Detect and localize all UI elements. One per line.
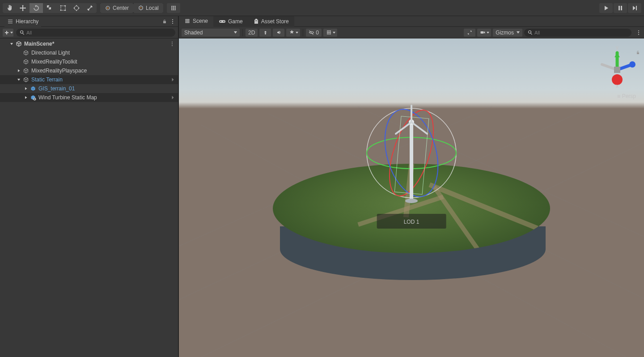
tree-row[interactable]: MixedRealityToolkit: [0, 57, 178, 66]
tree-label: MixedRealityToolkit: [31, 59, 77, 65]
svg-point-25: [638, 32, 639, 33]
cube-icon: [22, 58, 30, 65]
scene-viewport[interactable]: LOD 1 y x: [179, 38, 644, 357]
svg-rect-0: [61, 6, 65, 10]
chevron-right-icon[interactable]: [171, 77, 174, 82]
svg-point-14: [172, 43, 173, 44]
projection-label[interactable]: ≡ Persp: [617, 93, 636, 99]
hierarchy-title: Hierarchy: [16, 18, 38, 25]
gizmos-label: Gizmos: [496, 30, 514, 36]
cube-icon: [22, 67, 30, 74]
scene-search[interactable]: [524, 29, 631, 37]
svg-point-26: [638, 34, 639, 34]
custom-tools[interactable]: [83, 3, 97, 13]
scale-tool[interactable]: [43, 3, 56, 13]
hierarchy-tree[interactable]: MainScene*Directional LightMixedRealityT…: [0, 38, 178, 357]
svg-rect-22: [481, 31, 484, 34]
scene-icon: [15, 40, 22, 47]
panel-menu-icon[interactable]: [170, 19, 175, 24]
svg-point-7: [107, 7, 108, 8]
effects-toggle[interactable]: [286, 29, 300, 37]
scene-panel: SceneGameAsset Store Shaded 2D 0 Gizmo: [179, 16, 644, 357]
cube-icon: [22, 49, 30, 56]
hand-tool[interactable]: [3, 3, 16, 13]
tree-label: MainScene*: [24, 41, 54, 47]
hidden-count: 0: [316, 30, 319, 36]
audio-toggle[interactable]: [273, 29, 284, 37]
2d-toggle[interactable]: 2D: [246, 29, 258, 37]
transform-tool[interactable]: [70, 3, 83, 13]
foldout-icon[interactable]: [9, 41, 14, 47]
tree-row[interactable]: Wind Turbine Static Map: [0, 93, 178, 102]
tab-asset-store[interactable]: Asset Store: [248, 16, 294, 27]
pivot-local-label: Local: [146, 5, 159, 11]
svg-point-15: [172, 45, 173, 46]
svg-point-12: [21, 31, 23, 34]
svg-point-19: [223, 21, 225, 22]
hierarchy-tab[interactable]: Hierarchy: [4, 16, 41, 27]
svg-text:y: y: [616, 44, 619, 51]
transform-tool-group: [3, 3, 97, 13]
hierarchy-toolbar: [0, 27, 178, 38]
svg-point-9: [172, 19, 173, 20]
pivot-group: Center Local: [100, 3, 163, 13]
tab-game[interactable]: Game: [213, 16, 248, 27]
foldout-icon[interactable]: [16, 59, 21, 64]
hidden-objects[interactable]: 0: [306, 29, 322, 37]
scene-search-input[interactable]: [534, 30, 628, 35]
foldout-icon[interactable]: [23, 86, 29, 91]
svg-point-1: [60, 5, 62, 6]
svg-rect-20: [255, 21, 257, 21]
playback-group: [599, 3, 641, 13]
svg-text:x: x: [616, 83, 619, 89]
tree-label: Wind Turbine Static Map: [38, 94, 97, 101]
tools-button[interactable]: [464, 29, 475, 37]
orientation-gizmo[interactable]: y x: [596, 44, 639, 93]
lighting-toggle[interactable]: [259, 29, 271, 37]
pivot-local-button[interactable]: Local: [133, 3, 163, 13]
svg-rect-17: [219, 20, 225, 23]
scene-tabs: SceneGameAsset Store: [179, 16, 644, 27]
step-button[interactable]: [628, 3, 641, 13]
foldout-icon[interactable]: [23, 95, 29, 100]
svg-point-2: [65, 5, 66, 6]
foldout-icon[interactable]: [16, 50, 21, 55]
snap-button[interactable]: [167, 3, 180, 13]
pivot-center-button[interactable]: Center: [100, 3, 133, 13]
lock-icon[interactable]: [162, 19, 167, 24]
rotate-tool[interactable]: [30, 3, 43, 13]
move-tool[interactable]: [16, 3, 30, 13]
gizmo-lock-icon[interactable]: [636, 50, 640, 55]
tab-icon: [184, 18, 191, 24]
tree-row[interactable]: GIS_terrain_01: [0, 84, 178, 93]
play-button[interactable]: [599, 3, 613, 13]
panel-menu-icon[interactable]: [636, 30, 641, 35]
tree-label: GIS_terrain_01: [38, 85, 75, 92]
svg-point-13: [172, 42, 173, 42]
tree-row[interactable]: MixedRealityPlayspace: [0, 66, 178, 75]
tree-row[interactable]: MainScene*: [0, 39, 178, 48]
shading-dropdown[interactable]: Shaded: [182, 29, 240, 37]
hierarchy-search-input[interactable]: [26, 30, 172, 35]
tree-row[interactable]: Directional Light: [0, 48, 178, 57]
pause-button[interactable]: [614, 3, 627, 13]
prefab-icon: [30, 85, 37, 92]
gizmos-dropdown[interactable]: Gizmos: [493, 29, 522, 37]
lod-badge: LOD 1: [377, 214, 446, 229]
more-icon[interactable]: [170, 41, 174, 47]
hierarchy-panel: Hierarchy MainScene*Directional LightMix…: [0, 16, 179, 357]
grid-toggle[interactable]: [323, 29, 337, 37]
hierarchy-search[interactable]: [16, 29, 175, 37]
chevron-right-icon[interactable]: [171, 95, 174, 100]
tab-icon: [254, 18, 259, 25]
foldout-icon[interactable]: [16, 77, 21, 82]
tree-row[interactable]: Static Terrain: [0, 75, 178, 84]
center-icon: [105, 5, 111, 11]
svg-point-11: [172, 22, 173, 23]
create-button[interactable]: [3, 29, 13, 37]
svg-point-8: [140, 7, 142, 8]
tab-scene[interactable]: Scene: [179, 16, 213, 27]
camera-button[interactable]: [477, 29, 491, 37]
foldout-icon[interactable]: [16, 68, 21, 73]
rect-tool[interactable]: [56, 3, 70, 13]
